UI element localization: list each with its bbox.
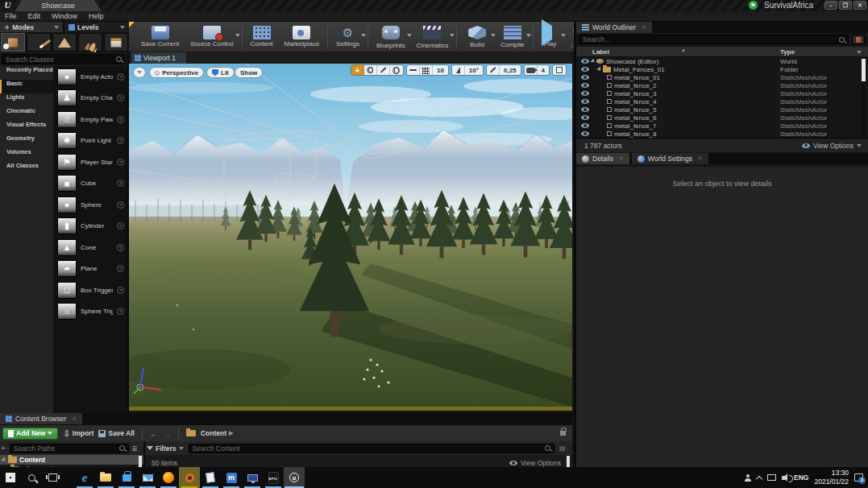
visibility-eye-icon[interactable]	[581, 91, 589, 96]
paint-mode-button[interactable]	[27, 33, 51, 52]
placeable-cylinder[interactable]: ▮Cylinder?	[53, 216, 127, 238]
taskbar-mail[interactable]	[137, 467, 158, 488]
category-recently-placed[interactable]: Recently Placed	[0, 66, 53, 80]
help-icon[interactable]: ?	[117, 201, 124, 209]
tab-details[interactable]: Details✕	[576, 153, 629, 164]
window-tab[interactable]: Showcase	[15, 0, 102, 11]
category-all-classes[interactable]: All Classes	[0, 162, 53, 176]
camera-speed-value[interactable]: 4	[538, 65, 549, 75]
outliner-row-actor[interactable]: metal_fence_6StaticMeshActor	[576, 114, 868, 122]
category-geometry[interactable]: Geometry	[0, 134, 53, 148]
save-search-icon[interactable]: ▤	[559, 445, 569, 452]
scale-tool-button[interactable]	[377, 65, 390, 75]
people-icon[interactable]	[745, 474, 751, 481]
outliner-view-options-button[interactable]: View Options	[802, 142, 862, 150]
chevron-down-icon[interactable]	[857, 51, 862, 54]
help-icon[interactable]: ?	[117, 94, 124, 101]
minimize-button[interactable]: –	[824, 1, 837, 10]
import-button[interactable]: ⇩Import	[63, 429, 93, 438]
taskbar-edge[interactable]: e	[74, 467, 95, 488]
play-button[interactable]: Play	[536, 23, 565, 52]
help-icon[interactable]: ?	[117, 287, 124, 294]
category-lights[interactable]: Lights	[0, 93, 53, 107]
visibility-eye-icon[interactable]	[581, 115, 589, 120]
speaker-icon[interactable]	[782, 476, 785, 480]
taskbar-m-app[interactable]: m	[221, 467, 242, 488]
place-mode-button[interactable]	[1, 33, 25, 52]
breadcrumb[interactable]: Content▶	[186, 429, 234, 437]
taskbar-file-explorer[interactable]	[95, 467, 116, 488]
placeable-cube[interactable]: ■Cube?	[53, 173, 127, 195]
network-icon[interactable]	[767, 474, 776, 481]
search-content-input[interactable]	[193, 445, 545, 453]
save-current-button[interactable]: Save Current	[135, 23, 185, 52]
hidden-icons-chevron[interactable]	[756, 475, 762, 482]
grid-snap-value[interactable]: 10	[433, 65, 448, 75]
world-local-toggle[interactable]	[390, 65, 403, 75]
build-button[interactable]: Build	[459, 23, 495, 52]
category-cinematic[interactable]: Cinematic	[0, 107, 53, 121]
taskbar-notes-app[interactable]	[200, 467, 221, 488]
expand-icon[interactable]	[596, 66, 602, 72]
chevron-down-icon[interactable]	[526, 34, 531, 37]
lit-mode-button[interactable]: Lit	[206, 67, 235, 78]
visibility-eye-icon[interactable]	[581, 67, 589, 72]
perspective-button[interactable]: ◇Perspective	[149, 67, 204, 78]
items-scrollbar-thumb[interactable]	[567, 456, 570, 467]
viewport-options-dropdown[interactable]	[133, 67, 146, 78]
restore-button[interactable]: ❐	[839, 1, 852, 10]
outliner-row-actor[interactable]: metal_fence_3StaticMeshActor	[576, 89, 868, 97]
forward-button[interactable]: →	[163, 429, 171, 438]
search-classes-box[interactable]	[2, 54, 126, 64]
foliage-mode-button[interactable]	[78, 33, 102, 52]
placeable-point-light[interactable]: ✸Point Light?	[53, 130, 127, 152]
scale-snap-value[interactable]: 0,25	[500, 65, 521, 75]
close-tab-icon[interactable]: ✕	[619, 155, 624, 162]
viewport-tab[interactable]: Viewport 1	[131, 52, 186, 64]
tree-item-content[interactable]: Content	[0, 455, 143, 465]
search-paths-input[interactable]	[14, 445, 119, 453]
help-icon[interactable]: ?	[117, 222, 124, 230]
surface-snap-button[interactable]	[407, 65, 420, 75]
menu-file[interactable]: File	[5, 12, 17, 20]
close-tab-icon[interactable]: ✕	[698, 155, 703, 162]
chevron-down-icon[interactable]	[361, 34, 366, 37]
placeable-sphere-trigger[interactable]: ○Sphere Trigge?	[53, 301, 127, 323]
rotate-tool-button[interactable]	[364, 65, 377, 75]
move-tool-button[interactable]: +	[351, 65, 364, 75]
placeable-player-start[interactable]: ⚑Player Start?	[53, 151, 127, 173]
taskbar-orange-app[interactable]	[179, 467, 200, 488]
expand-icon[interactable]	[1, 457, 6, 462]
visibility-eye-icon[interactable]	[581, 131, 589, 136]
outliner-row-world[interactable]: Showcase (Editor)World	[576, 57, 868, 65]
search-content-box[interactable]	[189, 444, 554, 453]
help-icon[interactable]: ?	[117, 73, 124, 81]
close-button[interactable]: ✕	[853, 1, 866, 10]
show-flags-button[interactable]: Show	[235, 67, 263, 78]
close-tab-icon[interactable]: ✕	[72, 416, 77, 422]
tab-levels[interactable]: Levels	[64, 22, 129, 32]
settings-button[interactable]: ⚙Settings	[330, 23, 365, 52]
taskbar-search-button[interactable]	[21, 467, 42, 488]
outliner-row-actor[interactable]: metal_fence_5StaticMeshActor	[576, 105, 868, 114]
tab-modes[interactable]: ✦ Modes	[0, 22, 63, 32]
rotation-snap-toggle[interactable]	[452, 65, 465, 75]
add-new-button[interactable]: Add New	[2, 428, 58, 440]
tab-content-browser[interactable]: Content Browser✕	[0, 413, 82, 424]
clock[interactable]: 13:302021/01/22	[814, 469, 849, 486]
visibility-eye-icon[interactable]	[581, 99, 589, 104]
taskbar-firefox[interactable]	[158, 467, 179, 488]
outliner-search-box[interactable]	[579, 35, 849, 44]
outliner-row-actor[interactable]: metal_fence_01StaticMeshActor	[576, 73, 868, 81]
help-icon[interactable]: ?	[117, 116, 124, 123]
sort-asc-icon[interactable]: ▲	[681, 48, 686, 52]
tree-scrollbar-thumb[interactable]	[139, 456, 142, 467]
outliner-row-actor[interactable]: metal_fence_7StaticMeshActor	[576, 122, 868, 130]
outliner-row-actor[interactable]: metal_fence_8StaticMeshActor	[576, 130, 868, 138]
blueprints-button[interactable]: Blueprints	[371, 23, 411, 52]
help-icon[interactable]: ?	[117, 137, 124, 144]
column-type[interactable]: Type	[780, 48, 795, 56]
collapse-sources-icon[interactable]: ⇤	[2, 445, 10, 452]
tab-world-settings[interactable]: World Settings✕	[632, 153, 708, 164]
geometry-mode-button[interactable]	[104, 33, 128, 52]
